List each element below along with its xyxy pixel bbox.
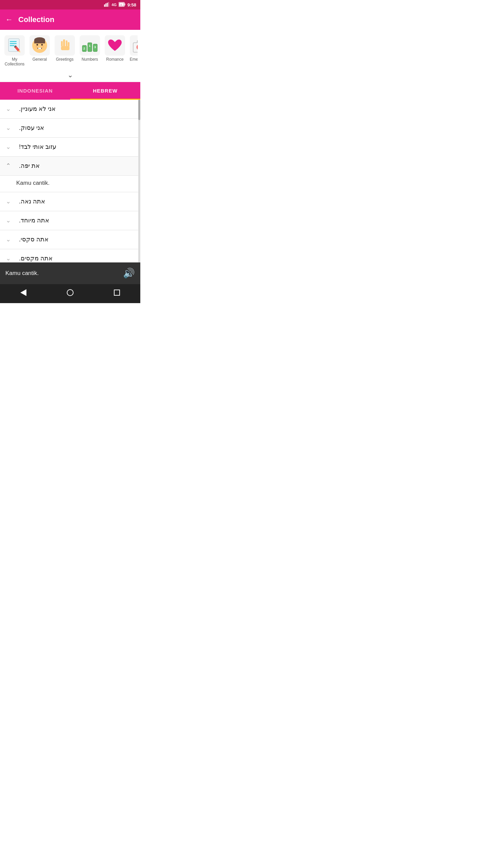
bottom-player: Kamu cantik. 🔊 [0, 262, 140, 284]
nav-recent-button[interactable] [106, 287, 128, 300]
recent-square-icon [114, 290, 120, 296]
status-bar: 4G + 9:58 [0, 0, 140, 9]
row-toggle[interactable]: ⌄ [0, 249, 16, 262]
svg-point-18 [37, 44, 38, 46]
general-icon [29, 35, 50, 56]
my-collections-icon [4, 35, 25, 56]
table-row[interactable]: ⌄ אני עסוק. [0, 119, 140, 138]
phrase-hebrew: אתה סקסי. [16, 230, 140, 249]
scrollbar-track [138, 100, 140, 262]
category-label-my-collections: My Collections [3, 57, 26, 67]
table-row[interactable]: ⌄ אני לא מעוניין. [0, 100, 140, 119]
emergency-icon [130, 35, 138, 56]
category-item-numbers[interactable]: 2 1 3 Numbers [78, 35, 102, 67]
category-row: My Collections [3, 35, 138, 70]
svg-rect-17 [34, 40, 45, 43]
player-phrase-text: Kamu cantik. [5, 270, 39, 277]
category-item-general[interactable]: General [28, 35, 52, 67]
category-label-romance: Romance [106, 57, 123, 62]
table-row[interactable]: ⌃ את יפה. [0, 157, 140, 176]
category-item-greetings[interactable]: Greetings [53, 35, 77, 67]
svg-rect-24 [63, 39, 65, 47]
row-toggle[interactable]: ⌄ [0, 119, 16, 137]
category-item-my-collections[interactable]: My Collections [3, 35, 26, 67]
table-row[interactable]: ⌄ אתה סקסי. [0, 230, 140, 249]
speaker-icon[interactable]: 🔊 [123, 268, 135, 279]
network-icon [104, 2, 109, 8]
scrollbar-thumb[interactable] [138, 100, 140, 120]
category-item-romance[interactable]: Romance [103, 35, 127, 67]
back-button[interactable]: ← [5, 15, 13, 24]
time-display: 9:58 [127, 2, 136, 7]
nav-bar [0, 284, 140, 303]
phrase-hebrew: אתה מקסים. [16, 249, 140, 262]
phrase-hebrew: אתה מיוחד. [16, 211, 140, 230]
numbers-icon: 2 1 3 [80, 35, 100, 56]
battery-icon: + [119, 2, 125, 8]
table-row[interactable]: ⌄ עזוב אותי לבד! [0, 138, 140, 157]
category-label-general: General [33, 57, 47, 62]
table-row[interactable]: ⌄ אתה נאה. [0, 192, 140, 211]
svg-rect-11 [10, 45, 15, 46]
svg-rect-0 [104, 4, 105, 7]
svg-point-19 [41, 44, 43, 46]
category-label-emergency: Emergency [130, 57, 138, 62]
phrase-list: ⌄ אני לא מעוניין. ⌄ אני עסוק. ⌄ עזוב אות… [0, 100, 140, 262]
svg-rect-25 [66, 40, 67, 46]
svg-rect-26 [61, 41, 63, 46]
phrase-hebrew: אני לא מעוניין. [16, 100, 140, 118]
network-label: 4G [111, 3, 117, 7]
phrase-hebrew: את יפה. [16, 157, 140, 175]
category-label-numbers: Numbers [82, 57, 98, 62]
tab-hebrew[interactable]: HEBREW [70, 82, 140, 100]
row-toggle[interactable]: ⌄ [0, 211, 16, 230]
svg-text:3: 3 [94, 45, 96, 49]
category-section: My Collections [0, 30, 140, 82]
svg-rect-3 [108, 2, 109, 7]
table-row[interactable]: ⌄ אתה מקסים. [0, 249, 140, 262]
svg-rect-2 [107, 3, 108, 7]
header-title: Collection [18, 15, 54, 24]
svg-rect-5 [124, 3, 125, 5]
translation-text: Kamu cantik. [16, 180, 49, 186]
svg-rect-10 [10, 43, 17, 44]
svg-point-21 [43, 46, 43, 47]
svg-text:+: + [120, 3, 122, 6]
svg-rect-27 [68, 42, 69, 47]
row-toggle[interactable]: ⌃ [0, 157, 16, 175]
row-toggle[interactable]: ⌄ [0, 230, 16, 249]
table-row[interactable]: ⌄ אתה מיוחד. [0, 211, 140, 230]
row-toggle[interactable]: ⌄ [0, 192, 16, 211]
svg-rect-1 [105, 3, 106, 7]
row-toggle[interactable]: ⌄ [0, 100, 16, 118]
svg-text:1: 1 [89, 44, 90, 47]
phrase-hebrew: אתה נאה. [16, 192, 140, 211]
home-circle-icon [67, 289, 74, 296]
svg-rect-9 [10, 41, 17, 42]
translation-row: Kamu cantik. [0, 176, 140, 192]
phrase-hebrew: עזוב אותי לבד! [16, 138, 140, 156]
svg-rect-28 [61, 46, 69, 50]
tab-indonesian[interactable]: INDONESIAN [0, 82, 70, 100]
category-item-emergency[interactable]: Emergency [128, 35, 138, 67]
romance-icon [105, 35, 125, 56]
svg-text:2: 2 [83, 47, 85, 50]
svg-point-20 [36, 46, 37, 47]
expand-categories-icon[interactable]: ⌄ [3, 71, 138, 79]
phrase-hebrew: אני עסוק. [16, 119, 140, 137]
back-triangle-icon [20, 289, 26, 296]
tab-bar: INDONESIAN HEBREW [0, 82, 140, 100]
category-label-greetings: Greetings [56, 57, 74, 62]
row-toggle[interactable]: ⌄ [0, 138, 16, 156]
nav-home-button[interactable] [59, 287, 82, 300]
header: ← Collection [0, 9, 140, 30]
greetings-icon [55, 35, 75, 56]
nav-back-button[interactable] [12, 287, 35, 300]
